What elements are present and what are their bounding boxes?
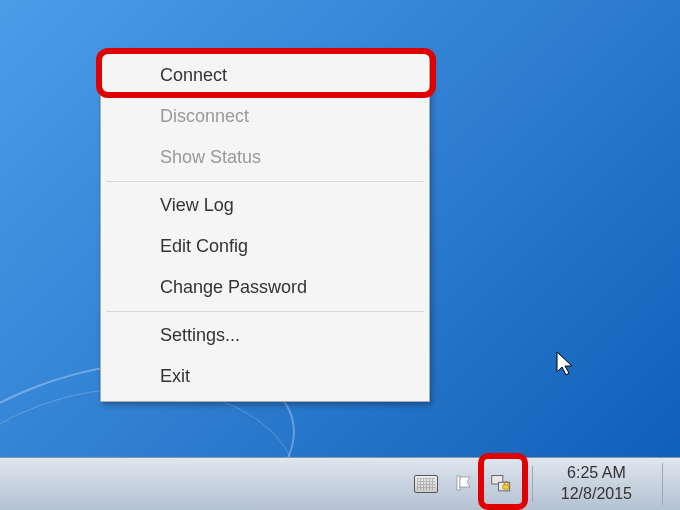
clock-time: 6:25 AM [567,463,626,484]
clock-date: 12/8/2015 [561,484,632,505]
cursor-icon [555,350,575,378]
menu-item-edit-config[interactable]: Edit Config [104,226,426,267]
tray-divider [532,466,533,502]
svg-rect-0 [457,476,460,490]
menu-item-change-password[interactable]: Change Password [104,267,426,308]
taskbar: 6:25 AM 12/8/2015 [0,457,680,510]
vpn-context-menu: Connect Disconnect Show Status View Log … [100,50,430,402]
menu-item-exit[interactable]: Exit [104,356,426,397]
menu-item-disconnect: Disconnect [104,96,426,137]
vpn-tray-icon[interactable] [490,472,514,496]
system-tray: 6:25 AM 12/8/2015 [414,458,674,510]
menu-item-settings[interactable]: Settings... [104,315,426,356]
menu-item-view-log[interactable]: View Log [104,185,426,226]
menu-item-show-status: Show Status [104,137,426,178]
show-desktop-button[interactable] [662,463,674,505]
keyboard-icon[interactable] [414,472,438,496]
menu-item-connect[interactable]: Connect [104,55,426,96]
action-center-icon[interactable] [452,472,476,496]
svg-rect-3 [503,485,509,489]
clock[interactable]: 6:25 AM 12/8/2015 [551,463,642,505]
menu-separator [106,181,424,182]
menu-separator [106,311,424,312]
